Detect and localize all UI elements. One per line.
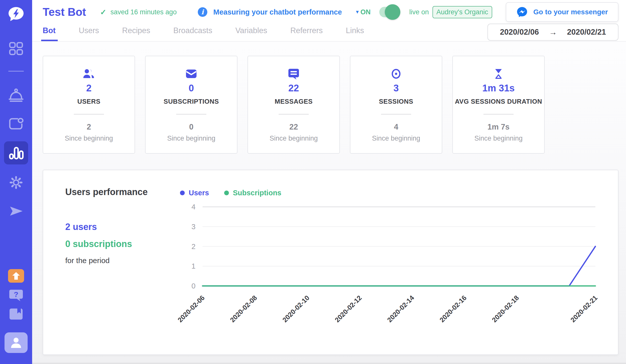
stat-secondary-value: 4 bbox=[394, 123, 398, 132]
subscriptions-envelope-icon bbox=[185, 67, 197, 80]
stat-label: MESSAGES bbox=[273, 98, 315, 105]
performance-link[interactable]: Measuring your chatbot performance bbox=[213, 8, 342, 16]
svg-text:2020-02-16: 2020-02-16 bbox=[438, 294, 468, 324]
main-area: Test Bot ✓ saved 16 minutes ago i Measur… bbox=[32, 0, 626, 364]
help-bubble-icon[interactable]: ? bbox=[9, 289, 23, 302]
stat-secondary-value: 22 bbox=[289, 123, 298, 132]
sessions-target-icon bbox=[390, 67, 402, 80]
board-icon[interactable] bbox=[9, 117, 24, 130]
stat-value: 1m 31s bbox=[482, 83, 515, 94]
stat-secondary-label: Since beginning bbox=[270, 135, 318, 142]
hourglass-icon bbox=[493, 67, 504, 80]
sidebar-divider bbox=[8, 71, 24, 72]
stat-label: USERS bbox=[75, 98, 102, 105]
gear-icon[interactable] bbox=[9, 175, 24, 190]
svg-text:3: 3 bbox=[192, 223, 196, 231]
stat-card-sessions: 3 SESSIONS 4 Since beginning bbox=[350, 56, 442, 154]
upgrade-arrow-icon[interactable] bbox=[8, 269, 24, 283]
stat-secondary-label: Since beginning bbox=[167, 135, 215, 142]
stat-secondary-label: Since beginning bbox=[474, 135, 523, 142]
status-dropdown[interactable]: ▼ ON bbox=[355, 8, 370, 16]
stat-label: SUBSCRIPTIONS bbox=[162, 98, 221, 105]
bot-name-title: Test Bot bbox=[43, 6, 86, 18]
messages-bubble-icon bbox=[288, 67, 299, 80]
arrow-right-icon: → bbox=[549, 28, 557, 37]
users-performance-line-chart: 012342020-02-062020-02-082020-02-102020-… bbox=[184, 193, 608, 349]
users-icon bbox=[83, 67, 95, 80]
grid-dashboard-icon[interactable] bbox=[9, 42, 23, 56]
tab-bot[interactable]: Bot bbox=[43, 24, 56, 41]
messenger-button-label: Go to your messenger bbox=[533, 8, 608, 16]
card-divider bbox=[279, 114, 309, 114]
svg-text:2020-02-06: 2020-02-06 bbox=[176, 294, 206, 324]
live-on-label: live on bbox=[409, 8, 429, 16]
svg-text:2020-02-12: 2020-02-12 bbox=[333, 294, 363, 324]
check-icon: ✓ bbox=[100, 8, 106, 17]
svg-text:4: 4 bbox=[192, 203, 196, 211]
card-divider bbox=[74, 114, 104, 114]
tab-referrers[interactable]: Referrers bbox=[290, 24, 323, 41]
card-divider bbox=[176, 114, 206, 114]
svg-text:2020-02-10: 2020-02-10 bbox=[281, 294, 311, 324]
go-to-messenger-button[interactable]: Go to your messenger bbox=[506, 2, 618, 22]
status-on-label: ON bbox=[360, 8, 371, 16]
stat-cards-row: 2 USERS 2 Since beginning 0 SUBSCRIPTION… bbox=[32, 56, 626, 154]
stat-card-avg-duration: 1m 31s AVG SESSIONS DURATION 1m 7s Since… bbox=[452, 56, 545, 154]
top-header: Test Bot ✓ saved 16 minutes ago i Measur… bbox=[32, 0, 626, 42]
stat-secondary-value: 2 bbox=[87, 123, 91, 132]
card-divider bbox=[381, 114, 411, 114]
date-range-picker[interactable]: 2020/02/06 → 2020/02/21 bbox=[487, 24, 618, 41]
docs-book-icon[interactable] bbox=[9, 308, 23, 320]
stat-secondary-value: 0 bbox=[189, 123, 193, 132]
svg-text:2: 2 bbox=[192, 242, 196, 251]
sidebar: ? bbox=[0, 0, 32, 364]
toggle-knob bbox=[385, 4, 400, 20]
svg-text:2020-02-21: 2020-02-21 bbox=[569, 294, 599, 324]
tab-broadcasts[interactable]: Broadcasts bbox=[173, 24, 212, 41]
bot-logo-icon[interactable] bbox=[8, 7, 24, 22]
account-person-icon[interactable] bbox=[5, 332, 28, 353]
saved-status: ✓ saved 16 minutes ago bbox=[100, 8, 177, 17]
stat-label: SESSIONS bbox=[377, 98, 415, 105]
info-icon[interactable]: i bbox=[198, 7, 207, 17]
messenger-icon bbox=[516, 6, 528, 18]
stat-secondary-label: Since beginning bbox=[372, 135, 420, 142]
summary-period: for the period bbox=[65, 256, 132, 265]
tab-links[interactable]: Links bbox=[346, 24, 364, 41]
stat-secondary-label: Since beginning bbox=[65, 135, 113, 142]
svg-text:2020-02-08: 2020-02-08 bbox=[229, 294, 259, 324]
tab-variables[interactable]: Variables bbox=[235, 24, 267, 41]
send-icon[interactable] bbox=[9, 205, 24, 218]
stat-label: AVG SESSIONS DURATION bbox=[453, 98, 544, 105]
svg-text:0: 0 bbox=[192, 282, 196, 290]
stat-value: 0 bbox=[189, 83, 194, 94]
chart-title: Users performance bbox=[65, 187, 148, 197]
stat-card-users: 2 USERS 2 Since beginning bbox=[43, 56, 135, 154]
stat-value: 22 bbox=[288, 83, 299, 94]
chevron-down-icon: ▼ bbox=[355, 9, 360, 15]
dashboard-content: 2 USERS 2 Since beginning 0 SUBSCRIPTION… bbox=[32, 42, 626, 364]
date-start: 2020/02/06 bbox=[500, 28, 539, 37]
card-divider bbox=[483, 114, 514, 114]
live-toggle[interactable] bbox=[379, 7, 398, 17]
chart-summary: 2 users 0 subscriptions for the period bbox=[65, 222, 132, 265]
svg-text:2020-02-14: 2020-02-14 bbox=[386, 294, 416, 324]
analytics-bars-icon[interactable] bbox=[4, 141, 28, 164]
summary-users: 2 users bbox=[65, 222, 132, 232]
tab-recipes[interactable]: Recipes bbox=[122, 24, 150, 41]
svg-text:1: 1 bbox=[192, 262, 196, 270]
cloche-recipes-icon[interactable] bbox=[8, 88, 24, 103]
users-performance-card: Users performance Users Subscriptions 2 … bbox=[43, 170, 618, 355]
saved-status-text: saved 16 minutes ago bbox=[110, 8, 177, 16]
stat-value: 3 bbox=[393, 83, 399, 94]
summary-subscriptions: 0 subscriptions bbox=[65, 239, 132, 249]
page-name-chip[interactable]: Audrey's Organic bbox=[432, 6, 492, 18]
stat-secondary-value: 1m 7s bbox=[487, 123, 510, 132]
date-end: 2020/02/21 bbox=[567, 28, 606, 37]
stat-card-subscriptions: 0 SUBSCRIPTIONS 0 Since beginning bbox=[145, 56, 237, 154]
svg-text:?: ? bbox=[14, 290, 18, 298]
stat-card-messages: 22 MESSAGES 22 Since beginning bbox=[247, 56, 340, 154]
stat-value: 2 bbox=[86, 83, 91, 94]
tab-users[interactable]: Users bbox=[79, 24, 99, 41]
svg-text:2020-02-18: 2020-02-18 bbox=[490, 294, 520, 324]
